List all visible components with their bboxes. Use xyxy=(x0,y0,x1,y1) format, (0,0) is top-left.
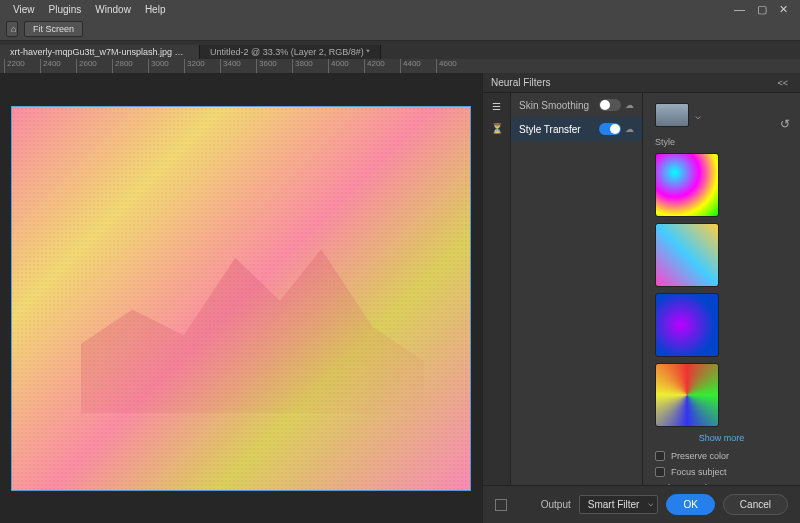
main-area: Neural Filters << ☰ ⏳ Skin Smoothing ☁ S… xyxy=(0,73,800,523)
style-strength-slider[interactable]: Style strength90 xyxy=(655,483,788,485)
minimize-icon[interactable]: — xyxy=(734,3,745,15)
menubar: View Plugins Window Help — ▢ ✕ xyxy=(0,0,800,18)
window-controls: — ▢ ✕ xyxy=(734,3,794,16)
preserve-color-checkbox[interactable]: Preserve color xyxy=(655,451,788,461)
style-preset[interactable] xyxy=(655,363,719,427)
panel-footer: Output Smart Filter OK Cancel xyxy=(483,485,800,523)
menu-view[interactable]: View xyxy=(6,4,42,15)
document-tabs: xrt-haverly-mqpGu3tt_w7M-unsplash.jpg @ … xyxy=(0,41,800,59)
style-label: Style xyxy=(655,137,788,147)
filters-all-icon[interactable]: ☰ xyxy=(490,99,504,113)
cloud-icon: ☁ xyxy=(625,124,634,134)
document-tab[interactable]: xrt-haverly-mqpGu3tt_w7M-unsplash.jpg @ … xyxy=(0,45,200,59)
filters-wait-icon[interactable]: ⏳ xyxy=(490,121,504,135)
menu-window[interactable]: Window xyxy=(88,4,138,15)
style-preset[interactable] xyxy=(655,153,719,217)
document-canvas[interactable] xyxy=(11,106,471,491)
show-more-link[interactable]: Show more xyxy=(655,433,788,443)
reset-icon[interactable]: ↺ xyxy=(780,117,790,131)
toolbar-home-icon[interactable]: ⌂ xyxy=(6,21,18,37)
filter-style-transfer[interactable]: Style Transfer ☁ xyxy=(511,117,642,141)
checkbox-icon[interactable] xyxy=(655,451,665,461)
chevron-down-icon[interactable]: ⌵ xyxy=(695,110,701,121)
cancel-button[interactable]: Cancel xyxy=(723,494,788,515)
maximize-icon[interactable]: ▢ xyxy=(757,3,767,16)
output-label: Output xyxy=(541,499,571,510)
toggle-skin-smoothing[interactable] xyxy=(599,99,621,111)
filter-skin-smoothing[interactable]: Skin Smoothing ☁ xyxy=(511,93,642,117)
fit-screen-button[interactable]: Fit Screen xyxy=(24,21,83,37)
focus-subject-checkbox[interactable]: Focus subject xyxy=(655,467,788,477)
canvas-area[interactable] xyxy=(0,73,482,523)
source-thumbnail[interactable] xyxy=(655,103,689,127)
document-tab[interactable]: Untitled-2 @ 33.3% (Layer 2, RGB/8#) * xyxy=(200,45,381,59)
menu-help[interactable]: Help xyxy=(138,4,173,15)
panel-header: Neural Filters << xyxy=(483,73,800,93)
horizontal-ruler: 2200 2400 2600 2800 3000 3200 3400 3600 … xyxy=(0,59,800,73)
toggle-style-transfer[interactable] xyxy=(599,123,621,135)
filter-options: ⌵ ↺ Style Show more Preserve color xyxy=(643,93,800,485)
close-icon[interactable]: ✕ xyxy=(779,3,788,16)
cloud-icon: ☁ xyxy=(625,100,634,110)
panel-close-icon[interactable]: << xyxy=(773,78,792,88)
menu-plugins[interactable]: Plugins xyxy=(42,4,89,15)
panel-title: Neural Filters xyxy=(491,77,550,88)
options-bar: ⌂ Fit Screen xyxy=(0,18,800,41)
output-select[interactable]: Smart Filter xyxy=(579,495,659,514)
style-presets xyxy=(655,153,788,427)
checkbox-icon[interactable] xyxy=(655,467,665,477)
style-preset[interactable] xyxy=(655,293,719,357)
filter-category-rail: ☰ ⏳ xyxy=(483,93,511,485)
preview-toggle-icon[interactable] xyxy=(495,499,507,511)
style-preset[interactable] xyxy=(655,223,719,287)
filter-list: Skin Smoothing ☁ Style Transfer ☁ xyxy=(511,93,643,485)
ok-button[interactable]: OK xyxy=(666,494,714,515)
neural-filters-panel: Neural Filters << ☰ ⏳ Skin Smoothing ☁ S… xyxy=(482,73,800,523)
